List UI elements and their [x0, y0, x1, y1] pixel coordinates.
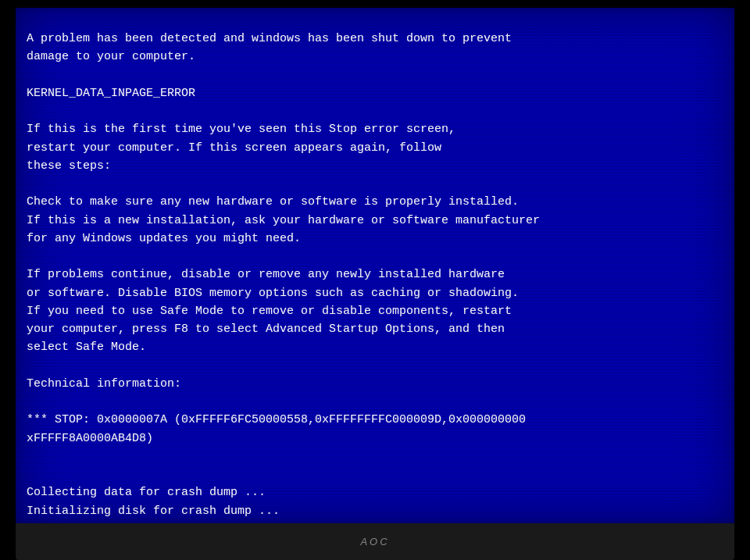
bsod-screen: A problem has been detected and windows … [16, 8, 734, 523]
monitor-wrapper: A problem has been detected and windows … [0, 0, 750, 560]
para2-line3: for any Windows updates you might need. [27, 232, 301, 245]
para3-line5: select Safe Mode. [27, 341, 146, 354]
initializing-line: Initializing disk for crash dump ... [27, 505, 280, 518]
stop-line2: xFFFFF8A0000AB4D8) [27, 432, 153, 445]
para2-line2: If this is a new installation, ask your … [27, 214, 540, 227]
monitor-bottom-bar: AOC [16, 523, 734, 560]
para2-line1: Check to make sure any new hardware or s… [27, 195, 519, 209]
bsod-content: A problem has been detected and windows … [27, 30, 711, 520]
para1-line1: If this is the first time you've seen th… [27, 123, 455, 136]
para3-line3: If you need to use Safe Mode to remove o… [27, 305, 512, 318]
para1-line2: restart your computer. If this screen ap… [27, 141, 441, 155]
monitor-brand: AOC [360, 536, 389, 548]
para3-line1: If problems continue, disable or remove … [27, 268, 505, 281]
tech-header: Technical information: [27, 377, 181, 391]
collecting-line: Collecting data for crash dump ... [27, 486, 266, 499]
error-code: KERNEL_DATA_INPAGE_ERROR [27, 87, 195, 100]
line-header2: damage to your computer. [27, 50, 195, 63]
line-header1: A problem has been detected and windows … [27, 32, 512, 45]
para3-line2: or software. Disable BIOS memory options… [27, 287, 519, 300]
para1-line3: these steps: [27, 159, 111, 173]
para3-line4: your computer, press F8 to select Advanc… [27, 323, 505, 336]
stop-line1: *** STOP: 0x0000007A (0xFFFFF6FC50000558… [27, 413, 526, 426]
